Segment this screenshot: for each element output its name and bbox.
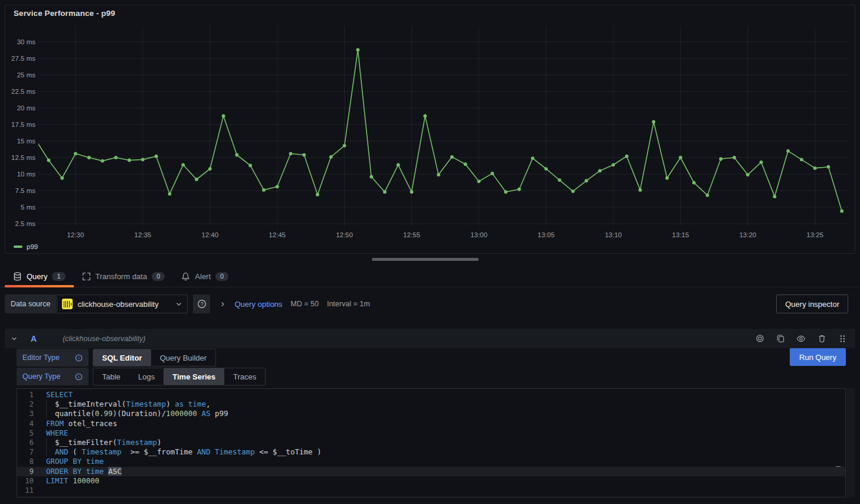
code-line[interactable]: 5WHERE — [17, 428, 845, 438]
tab-query-label: Query — [27, 272, 47, 281]
x-axis-tick-label: 12:45 — [269, 231, 286, 238]
disable-query-icon — [756, 334, 764, 343]
line-number: 10 — [17, 476, 34, 486]
editor-type-row: Editor Type i SQL Editor Query Builder — [17, 349, 216, 366]
query-options-toggle[interactable]: Query options — [234, 300, 282, 309]
chevron-down-icon — [175, 300, 182, 307]
query-inspector-button[interactable]: Query inspector — [776, 294, 848, 313]
code-line[interactable]: 10LIMIT 100000 — [17, 476, 845, 486]
drag-handle-icon — [839, 335, 846, 343]
query-type-traces[interactable]: Traces — [224, 368, 265, 385]
legend-series-label: p99 — [27, 243, 38, 250]
datasource-picker[interactable]: clickhouse-observability — [57, 294, 188, 313]
question-circle-icon: ? — [197, 299, 207, 309]
x-axis-tick-label: 13:15 — [672, 231, 689, 238]
code-text: quantile(0.99)(Duration)/1000000 AS p99 — [46, 409, 228, 418]
query-type-logs[interactable]: Logs — [129, 368, 164, 385]
panel-title: Service Performance - p99 — [14, 9, 115, 18]
editor-type-sql-editor[interactable]: SQL Editor — [93, 349, 151, 366]
remove-query-button[interactable] — [815, 332, 829, 346]
code-text: GROUP BY time — [46, 457, 104, 466]
query-ref-id: A — [31, 334, 37, 343]
x-axis-tick-label: 13:00 — [470, 231, 488, 238]
tab-alert[interactable]: Alert 0 — [173, 266, 237, 287]
code-line[interactable]: 1SELECT — [17, 390, 845, 400]
info-circle-icon: i — [75, 373, 83, 381]
code-line[interactable]: 3quantile(0.99)(Duration)/1000000 AS p99 — [17, 409, 845, 418]
y-axis-tick-label: 22.5 ms — [11, 88, 35, 95]
code-line[interactable]: 2$__timeInterval(Timestamp) as time, — [17, 400, 845, 409]
y-axis-tick-label: 2.5 ms — [15, 220, 35, 227]
disable-query-button[interactable] — [753, 332, 767, 346]
eye-icon — [796, 334, 806, 343]
tab-alert-label: Alert — [195, 272, 211, 281]
code-text: $__timeInterval(Timestamp) as time, — [46, 400, 210, 409]
line-number: 2 — [17, 400, 34, 409]
panel-horizontal-scrollbar[interactable] — [372, 258, 479, 261]
editor-type-query-builder[interactable]: Query Builder — [151, 349, 215, 366]
copy-icon — [776, 334, 785, 343]
y-axis-tick-label: 10 ms — [17, 171, 36, 178]
code-text: AND ( Timestamp >= $__fromTime AND Times… — [46, 447, 322, 457]
line-number: 8 — [17, 457, 34, 466]
bell-icon — [181, 272, 190, 281]
line-number: 3 — [17, 409, 34, 418]
interval-value: Interval = 1m — [327, 300, 370, 308]
x-axis-tick-label: 12:40 — [201, 231, 218, 238]
x-axis-tick-label: 13:10 — [605, 231, 622, 238]
tab-query[interactable]: Query 1 — [5, 266, 74, 287]
y-axis-tick-label: 7.5 ms — [15, 187, 35, 194]
editor-scrollbar-track[interactable] — [846, 388, 855, 498]
timeseries-chart[interactable]: 2.5 ms5 ms7.5 ms10 ms12.5 ms15 ms17.5 ms… — [5, 5, 855, 253]
line-number: 11 — [17, 486, 34, 495]
query-type-time-series[interactable]: Time Series — [164, 368, 224, 385]
chevron-right-icon[interactable] — [220, 301, 226, 307]
line-number: 6 — [17, 438, 34, 447]
line-number: 5 — [17, 428, 34, 438]
run-query-button[interactable]: Run Query — [790, 348, 846, 366]
hide-response-button[interactable] — [794, 332, 808, 346]
info-circle-icon: i — [75, 354, 83, 362]
sql-code-editor[interactable]: 1SELECT2$__timeInterval(Timestamp) as ti… — [17, 388, 846, 498]
editor-type-field-label: Editor Type i — [17, 349, 89, 366]
y-axis-tick-label: 30 ms — [17, 38, 36, 45]
svg-text:i: i — [79, 356, 80, 360]
legend-item-p99[interactable]: p99 — [14, 243, 38, 250]
line-number: 7 — [17, 447, 34, 457]
x-axis-tick-label: 12:50 — [336, 231, 353, 238]
code-line[interactable]: 7AND ( Timestamp >= $__fromTime AND Time… — [17, 447, 845, 457]
code-line[interactable]: 6$__timeFilter(Timestamp) — [17, 438, 845, 447]
editor-tabs: Query 1 Transform data 0 Alert 0 — [0, 266, 860, 287]
trash-icon — [818, 334, 826, 343]
x-axis-tick-label: 12:55 — [403, 231, 420, 238]
duplicate-query-button[interactable] — [773, 332, 787, 346]
tab-transform-count-badge: 0 — [152, 272, 165, 281]
query-datasource-subtitle: (clickhouse-observability) — [63, 335, 145, 343]
timeseries-panel: 2.5 ms5 ms7.5 ms10 ms12.5 ms15 ms17.5 ms… — [5, 5, 855, 254]
editor-type-label: Editor Type — [22, 354, 60, 362]
database-icon — [13, 272, 22, 281]
clickhouse-logo-icon — [62, 299, 73, 309]
query-type-table[interactable]: Table — [93, 368, 129, 385]
y-axis-tick-label: 5 ms — [21, 204, 35, 211]
y-axis-tick-label: 17.5 ms — [11, 121, 35, 128]
code-text: SELECT — [46, 390, 73, 400]
indent-guide — [46, 409, 47, 418]
code-line[interactable]: 8GROUP BY time — [17, 457, 845, 466]
code-line[interactable]: 9ORDER BY time ASC — [17, 467, 845, 476]
code-text: FROM otel_traces — [46, 419, 117, 428]
line-number: 9 — [17, 467, 34, 476]
code-line[interactable]: 4FROM otel_traces — [17, 419, 845, 428]
query-row-header[interactable]: A (clickhouse-observability) — [5, 329, 855, 348]
datasource-label: Data source — [5, 294, 56, 313]
code-text: ORDER BY time ASC — [46, 467, 122, 476]
legend-series-swatch — [14, 246, 22, 248]
collapse-chevron-icon[interactable] — [11, 335, 18, 342]
datasource-help-button[interactable]: ? — [193, 294, 210, 313]
drag-handle[interactable] — [835, 332, 849, 346]
indent-guide — [46, 438, 47, 447]
svg-text:i: i — [79, 375, 80, 379]
tab-transform-data[interactable]: Transform data 0 — [74, 266, 174, 287]
code-line[interactable]: 11 — [17, 486, 845, 495]
x-axis-tick-label: 13:25 — [806, 231, 823, 238]
